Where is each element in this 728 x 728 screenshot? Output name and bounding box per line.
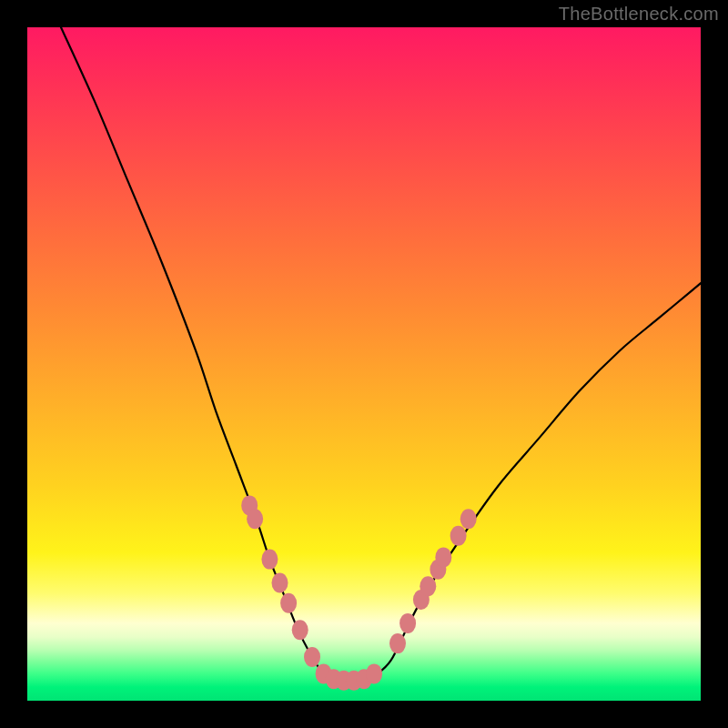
marker-dot (399, 613, 416, 633)
marker-dot (261, 550, 278, 570)
marker-dot (460, 509, 477, 529)
curve-svg (27, 27, 701, 701)
marker-dot (450, 526, 467, 546)
plot-area (27, 27, 701, 701)
marker-dot (435, 547, 451, 567)
chart-frame: TheBottleneck.com (0, 0, 728, 728)
marker-dot (389, 633, 406, 653)
marker-dot (366, 663, 382, 683)
bottleneck-curve (61, 27, 701, 681)
marker-dot (292, 620, 308, 640)
marker-dot (272, 573, 288, 593)
watermark-text: TheBottleneck.com (559, 4, 719, 25)
marker-dot (247, 509, 263, 529)
marker-dot (420, 576, 436, 596)
marker-dot (304, 647, 320, 667)
marker-group (241, 495, 477, 690)
marker-dot (280, 593, 297, 613)
